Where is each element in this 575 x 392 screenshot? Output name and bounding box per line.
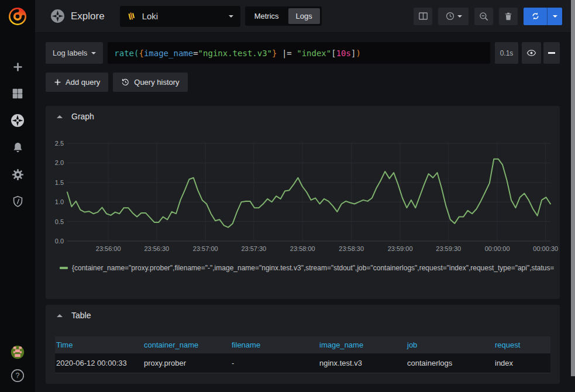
add-query-label: Add query xyxy=(66,78,100,87)
graph-panel-header[interactable]: Graph xyxy=(46,106,560,127)
split-view-button[interactable] xyxy=(414,8,432,25)
datasource-picker[interactable]: Loki xyxy=(120,6,240,27)
x-axis-tick: 23:57:00 xyxy=(193,245,218,252)
remove-query-button[interactable] xyxy=(543,42,560,64)
query-token-label: image_name xyxy=(144,49,193,58)
sidebar: ? xyxy=(0,0,35,392)
user-avatar[interactable] xyxy=(11,345,25,359)
zoom-out-button[interactable] xyxy=(474,8,493,25)
help-button[interactable]: ? xyxy=(11,369,25,383)
table-cell: containerlogs xyxy=(406,359,494,367)
scrollbar-thumb[interactable] xyxy=(571,0,575,376)
disable-query-button[interactable] xyxy=(522,42,541,64)
table-cell: proxy.prober xyxy=(143,359,230,367)
time-picker-button[interactable] xyxy=(438,8,469,25)
y-axis-tick: 2.5 xyxy=(55,140,64,147)
table-panel-title: Table xyxy=(71,311,91,320)
chevron-down-icon xyxy=(229,15,233,18)
x-axis-tick: 23:57:30 xyxy=(241,245,266,252)
explore-compass-icon xyxy=(50,9,65,23)
column-header[interactable]: job xyxy=(406,341,494,349)
x-axis-tick: 23:58:30 xyxy=(339,245,364,252)
table-panel-header[interactable]: Table xyxy=(46,305,560,326)
datasource-name: Loki xyxy=(142,11,159,21)
chevron-down-icon xyxy=(457,15,462,18)
collapse-caret-icon xyxy=(57,115,63,118)
topbar: Explore Loki Metrics Logs xyxy=(35,0,570,33)
sidebar-item-create[interactable] xyxy=(11,60,25,74)
sidebar-nav xyxy=(11,60,25,208)
query-editor[interactable]: rate({image_name="nginx.test.v3"} |= "in… xyxy=(108,42,490,64)
table-cell: nginx.test.v3 xyxy=(318,359,406,367)
trash-icon xyxy=(504,12,513,21)
x-axis-tick: 23:56:30 xyxy=(144,245,169,252)
table-body: 2020-06-12 00:00:33proxy.prober-nginx.te… xyxy=(55,353,550,373)
query-duration-badge: 0.1s xyxy=(495,42,518,64)
log-labels-label: Log labels xyxy=(53,49,87,57)
tab-metrics[interactable]: Metrics xyxy=(247,8,287,24)
table-cell: - xyxy=(230,359,318,367)
x-axis-tick: 00:00:00 xyxy=(485,245,510,252)
query-history-button[interactable]: Query history xyxy=(113,73,187,92)
legend-series-color xyxy=(60,267,68,269)
y-axis-tick: 0.0 xyxy=(55,238,64,245)
table-cell: 2020-06-12 00:00:33 xyxy=(55,359,143,367)
graph-legend[interactable]: {container_name="proxy.prober",filename=… xyxy=(60,264,554,272)
query-token-operator: |= xyxy=(277,49,297,58)
y-axis-tick: 1.0 xyxy=(55,198,64,205)
chevron-down-icon xyxy=(553,15,557,18)
table-row: 2020-06-12 00:00:33proxy.prober-nginx.te… xyxy=(55,353,550,373)
zoom-out-icon xyxy=(478,11,489,22)
x-axis-tick: 00:00:30 xyxy=(533,245,558,252)
query-token-string: "index" xyxy=(297,49,331,58)
x-axis-tick: 23:58:00 xyxy=(290,245,315,252)
sidebar-item-alerting[interactable] xyxy=(11,140,25,154)
graph-body: 23:56:0023:56:3023:57:0023:57:3023:58:00… xyxy=(46,127,560,272)
column-header[interactable]: image_name xyxy=(318,341,406,349)
history-icon xyxy=(121,78,130,87)
legend-series-label: {container_name="proxy.prober",filename=… xyxy=(72,264,554,272)
query-token-brace: ) xyxy=(356,49,360,58)
collapse-caret-icon xyxy=(57,314,63,317)
column-header[interactable]: filename xyxy=(230,341,318,349)
sidebar-item-explore[interactable] xyxy=(11,114,25,128)
mode-toggle: Metrics Logs xyxy=(245,6,322,26)
minus-icon xyxy=(548,52,555,54)
x-axis-tick: 23:59:00 xyxy=(388,245,413,252)
explore-title-group: Explore xyxy=(50,9,105,23)
clock-icon xyxy=(445,11,455,21)
run-query-group xyxy=(524,8,562,25)
split-view-icon xyxy=(418,11,429,22)
tab-logs[interactable]: Logs xyxy=(288,8,320,24)
query-history-label: Query history xyxy=(134,78,179,87)
column-header[interactable]: Time xyxy=(55,341,143,349)
add-query-button[interactable]: Add query xyxy=(46,73,108,92)
graph-panel-title: Graph xyxy=(71,112,94,121)
x-axis-tick: 23:56:00 xyxy=(96,245,121,252)
query-token-duration: 10s xyxy=(336,49,351,58)
results-table: Timecontainer_namefilenameimage_namejobr… xyxy=(55,336,550,373)
query-token-punct: [ xyxy=(331,49,336,58)
time-series-chart[interactable]: 23:56:0023:56:3023:57:0023:57:3023:58:00… xyxy=(54,127,552,257)
grafana-logo[interactable] xyxy=(7,6,28,27)
table-panel: Table Timecontainer_namefilenameimage_na… xyxy=(46,305,560,384)
actions-row: Add query Query history xyxy=(46,73,560,92)
sidebar-item-configuration[interactable] xyxy=(11,167,25,181)
y-axis-tick: 2.0 xyxy=(55,159,64,166)
page-title: Explore xyxy=(71,11,105,22)
column-header[interactable]: container_name xyxy=(143,341,230,349)
run-query-button[interactable] xyxy=(524,8,547,25)
server-admin-shield-icon xyxy=(11,195,25,208)
sidebar-item-dashboards[interactable] xyxy=(11,87,25,101)
scrollbar-track[interactable] xyxy=(570,0,575,392)
series-line xyxy=(67,159,550,228)
run-query-caret-button[interactable] xyxy=(547,8,562,25)
grafana-logo-icon xyxy=(7,6,28,27)
clear-all-button[interactable] xyxy=(499,8,518,25)
eye-icon xyxy=(526,48,536,58)
chevron-down-icon xyxy=(91,52,96,54)
sidebar-item-server-admin[interactable] xyxy=(11,194,25,208)
column-header[interactable]: request xyxy=(494,341,550,349)
help-icon: ? xyxy=(11,368,25,383)
log-labels-button[interactable]: Log labels xyxy=(46,42,103,64)
